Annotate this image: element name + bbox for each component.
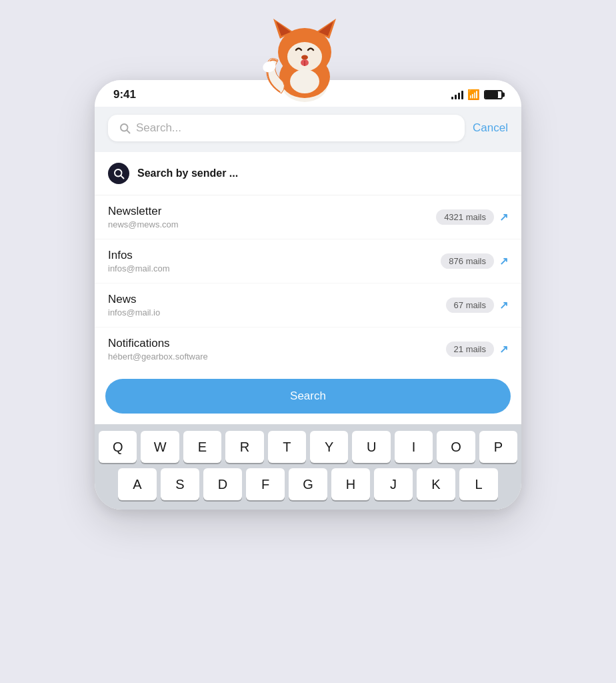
search-input-wrapper[interactable]: Search...: [108, 115, 465, 141]
sender-email-newsletter: news@mews.com: [108, 219, 179, 229]
key-p[interactable]: P: [479, 431, 517, 463]
svg-point-8: [301, 55, 308, 60]
key-i[interactable]: I: [395, 431, 433, 463]
arrow-link-newsletter[interactable]: ↗: [499, 211, 508, 223]
fox-mascot: [255, 7, 361, 113]
key-w[interactable]: W: [141, 431, 179, 463]
key-e[interactable]: E: [183, 431, 221, 463]
key-k[interactable]: K: [417, 468, 455, 500]
key-s[interactable]: S: [161, 468, 199, 500]
search-icon: [119, 122, 131, 134]
content-area: Search by sender ... Newsletter news@mew…: [95, 152, 521, 424]
search-input[interactable]: Search...: [136, 121, 454, 135]
sender-info-infos: Infos infos@mail.com: [108, 249, 170, 273]
sender-name-infos: Infos: [108, 249, 170, 262]
key-u[interactable]: U: [352, 431, 390, 463]
sender-right-newsletter: 4321 mails ↗: [436, 209, 508, 225]
key-f[interactable]: F: [246, 468, 285, 500]
search-by-sender-row[interactable]: Search by sender ...: [95, 152, 521, 195]
keyboard-row-1: Q W E R T Y U I O P: [99, 431, 517, 463]
svg-line-16: [121, 175, 123, 178]
sender-item-infos[interactable]: Infos infos@mail.com 876 mails ↗: [95, 239, 521, 283]
phone-frame: 9:41 📶 Search..: [95, 80, 521, 510]
arrow-link-news[interactable]: ↗: [499, 299, 508, 311]
search-button-area: Search: [95, 371, 521, 424]
sender-name-notifications: Notifications: [108, 337, 208, 350]
sender-item-news[interactable]: News infos@mail.io 67 mails ↗: [95, 283, 521, 327]
mail-count-newsletter: 4321 mails: [436, 209, 494, 225]
key-h[interactable]: H: [331, 468, 370, 500]
key-d[interactable]: D: [203, 468, 242, 500]
mail-count-infos: 876 mails: [441, 253, 494, 269]
sender-email-notifications: hébert@gearbox.software: [108, 352, 208, 362]
key-t[interactable]: T: [268, 431, 306, 463]
sender-right-news: 67 mails ↗: [446, 297, 508, 313]
status-time: 9:41: [113, 88, 136, 101]
battery-icon: [484, 90, 503, 99]
key-j[interactable]: J: [374, 468, 413, 500]
sender-email-infos: infos@mail.com: [108, 263, 170, 273]
key-g[interactable]: G: [289, 468, 327, 500]
arrow-link-notifications[interactable]: ↗: [499, 343, 508, 356]
sender-item-newsletter[interactable]: Newsletter news@mews.com 4321 mails ↗: [95, 195, 521, 239]
sender-info-news: News infos@mail.io: [108, 293, 160, 317]
search-area: Search... Cancel: [95, 107, 521, 152]
status-icons: 📶: [451, 89, 503, 101]
sender-search-icon: [108, 163, 129, 184]
key-l[interactable]: L: [459, 468, 498, 500]
keyboard-area: Q W E R T Y U I O P A S D F G H J K: [95, 424, 521, 510]
key-o[interactable]: O: [437, 431, 475, 463]
keyboard-row-2: A S D F G H J K L: [99, 468, 517, 500]
key-a[interactable]: A: [118, 468, 157, 500]
sender-item-notifications[interactable]: Notifications hébert@gearbox.software 21…: [95, 327, 521, 371]
sender-right-notifications: 21 mails ↗: [446, 342, 508, 357]
cancel-button[interactable]: Cancel: [473, 121, 508, 135]
wifi-icon: 📶: [467, 89, 480, 101]
key-q[interactable]: Q: [99, 431, 137, 463]
search-by-sender-label: Search by sender ...: [137, 167, 238, 179]
sender-right-infos: 876 mails ↗: [441, 253, 508, 269]
sender-info-notifications: Notifications hébert@gearbox.software: [108, 337, 208, 362]
arrow-link-infos[interactable]: ↗: [499, 255, 508, 267]
key-r[interactable]: R: [225, 431, 263, 463]
svg-line-14: [127, 130, 129, 133]
mail-count-notifications: 21 mails: [446, 342, 494, 357]
sender-info-newsletter: Newsletter news@mews.com: [108, 205, 179, 229]
sender-email-news: infos@mail.io: [108, 307, 160, 317]
page-wrapper: 9:41 📶 Search..: [0, 0, 616, 683]
signal-icon: [451, 90, 463, 99]
svg-point-11: [290, 69, 319, 93]
key-y[interactable]: Y: [310, 431, 348, 463]
search-button[interactable]: Search: [105, 379, 511, 414]
sender-name-newsletter: Newsletter: [108, 205, 179, 218]
sender-name-news: News: [108, 293, 160, 306]
mail-count-news: 67 mails: [446, 297, 494, 313]
